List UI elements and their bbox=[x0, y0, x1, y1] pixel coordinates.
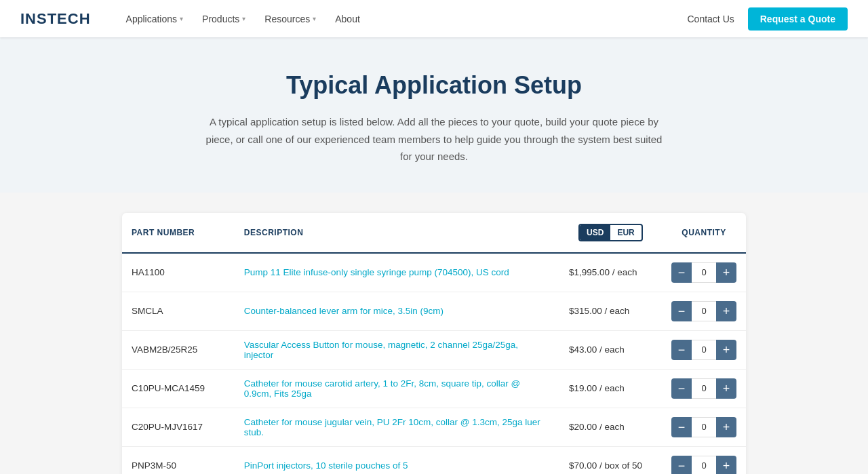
cell-quantity: − + bbox=[662, 369, 746, 408]
cell-part-number: HA1100 bbox=[122, 253, 235, 292]
hero-section: Typical Application Setup A typical appl… bbox=[0, 37, 868, 193]
chevron-down-icon: ▾ bbox=[180, 15, 183, 22]
quantity-control: − + bbox=[671, 417, 736, 437]
quantity-increment-button[interactable]: + bbox=[716, 340, 736, 360]
main-content: PART NUMBER DESCRIPTION USD EUR QUANTITY… bbox=[0, 213, 868, 475]
quantity-increment-button[interactable]: + bbox=[716, 417, 736, 437]
quantity-increment-button[interactable]: + bbox=[716, 262, 736, 283]
product-link[interactable]: Catheter for mouse jugular vein, PU 2Fr … bbox=[244, 417, 540, 437]
eur-button[interactable]: EUR bbox=[610, 225, 641, 240]
quantity-increment-button[interactable]: + bbox=[716, 301, 736, 321]
col-description: DESCRIPTION bbox=[235, 213, 559, 253]
col-quantity: QUANTITY bbox=[662, 213, 746, 253]
cell-price: $70.00 / box of 50 bbox=[559, 446, 662, 474]
cell-price: $43.00 / each bbox=[559, 330, 662, 369]
currency-toggle: USD EUR bbox=[578, 224, 643, 241]
quantity-control: − + bbox=[671, 378, 736, 399]
product-link[interactable]: Vascular Access Button for mouse, magnet… bbox=[244, 340, 518, 360]
cell-description: Vascular Access Button for mouse, magnet… bbox=[235, 330, 559, 369]
cell-price: $19.00 / each bbox=[559, 369, 662, 408]
cell-quantity: − + bbox=[662, 292, 746, 330]
nav-item-applications[interactable]: Applications ▾ bbox=[118, 8, 192, 30]
quantity-control: − + bbox=[671, 340, 736, 360]
quantity-control: − + bbox=[671, 456, 736, 475]
nav-label-about: About bbox=[335, 14, 360, 24]
quantity-input[interactable] bbox=[692, 340, 716, 360]
nav-links: Applications ▾ Products ▾ Resources ▾ Ab… bbox=[118, 8, 688, 30]
product-table: PART NUMBER DESCRIPTION USD EUR QUANTITY… bbox=[122, 213, 746, 475]
cell-description: Catheter for mouse carotid artery, 1 to … bbox=[235, 369, 559, 408]
quantity-decrement-button[interactable]: − bbox=[671, 378, 692, 399]
hero-description: A typical application setup is listed be… bbox=[203, 113, 665, 165]
table-row: PNP3M-50 PinPort injectors, 10 sterile p… bbox=[122, 446, 746, 474]
table-body: HA1100 Pump 11 Elite infuse-only single … bbox=[122, 253, 746, 475]
nav-item-products[interactable]: Products ▾ bbox=[194, 8, 254, 30]
quantity-input[interactable] bbox=[692, 417, 716, 437]
cell-quantity: − + bbox=[662, 446, 746, 474]
nav-item-about[interactable]: About bbox=[327, 8, 368, 30]
usd-button[interactable]: USD bbox=[580, 225, 610, 240]
cell-description: PinPort injectors, 10 sterile pouches of… bbox=[235, 446, 559, 474]
cell-part-number: C10PU-MCA1459 bbox=[122, 369, 235, 408]
table-row: HA1100 Pump 11 Elite infuse-only single … bbox=[122, 253, 746, 292]
table-row: VABM2B/25R25 Vascular Access Button for … bbox=[122, 330, 746, 369]
page-title: Typical Application Setup bbox=[14, 71, 854, 100]
product-link[interactable]: PinPort injectors, 10 sterile pouches of… bbox=[244, 460, 408, 471]
col-currency: USD EUR bbox=[559, 213, 662, 253]
cell-part-number: C20PU-MJV1617 bbox=[122, 408, 235, 446]
quantity-increment-button[interactable]: + bbox=[716, 456, 736, 475]
contact-us-link[interactable]: Contact Us bbox=[688, 14, 734, 24]
quantity-decrement-button[interactable]: − bbox=[671, 417, 692, 437]
cell-price: $315.00 / each bbox=[559, 292, 662, 330]
quantity-control: − + bbox=[671, 301, 736, 321]
cell-description: Catheter for mouse jugular vein, PU 2Fr … bbox=[235, 408, 559, 446]
chevron-down-icon: ▾ bbox=[313, 15, 316, 22]
col-part-number: PART NUMBER bbox=[122, 213, 235, 253]
cell-price: $1,995.00 / each bbox=[559, 253, 662, 292]
nav-item-resources[interactable]: Resources ▾ bbox=[256, 8, 324, 30]
cell-quantity: − + bbox=[662, 408, 746, 446]
quantity-input[interactable] bbox=[692, 378, 716, 399]
quantity-input[interactable] bbox=[692, 456, 716, 475]
quantity-decrement-button[interactable]: − bbox=[671, 456, 692, 475]
product-link[interactable]: Pump 11 Elite infuse-only single syringe… bbox=[244, 267, 509, 277]
cell-part-number: PNP3M-50 bbox=[122, 446, 235, 474]
cell-quantity: − + bbox=[662, 253, 746, 292]
product-link[interactable]: Catheter for mouse carotid artery, 1 to … bbox=[244, 378, 520, 399]
cell-part-number: VABM2B/25R25 bbox=[122, 330, 235, 369]
table-row: C10PU-MCA1459 Catheter for mouse carotid… bbox=[122, 369, 746, 408]
quantity-input[interactable] bbox=[692, 301, 716, 321]
chevron-down-icon: ▾ bbox=[242, 15, 245, 22]
nav-right: Contact Us Request a Quote bbox=[688, 7, 848, 31]
nav-label-products: Products bbox=[202, 14, 239, 24]
quantity-decrement-button[interactable]: − bbox=[671, 301, 692, 321]
navbar: INSTECH Applications ▾ Products ▾ Resour… bbox=[0, 0, 868, 37]
request-quote-button[interactable]: Request a Quote bbox=[748, 7, 848, 31]
quantity-decrement-button[interactable]: − bbox=[671, 262, 692, 283]
product-link[interactable]: Counter-balanced lever arm for mice, 3.5… bbox=[244, 306, 443, 316]
product-table-container: PART NUMBER DESCRIPTION USD EUR QUANTITY… bbox=[122, 213, 746, 475]
nav-label-resources: Resources bbox=[264, 14, 310, 24]
nav-label-applications: Applications bbox=[126, 14, 178, 24]
cell-price: $20.00 / each bbox=[559, 408, 662, 446]
table-row: C20PU-MJV1617 Catheter for mouse jugular… bbox=[122, 408, 746, 446]
logo: INSTECH bbox=[20, 10, 91, 28]
cell-quantity: − + bbox=[662, 330, 746, 369]
quantity-increment-button[interactable]: + bbox=[716, 378, 736, 399]
table-row: SMCLA Counter-balanced lever arm for mic… bbox=[122, 292, 746, 330]
cell-description: Counter-balanced lever arm for mice, 3.5… bbox=[235, 292, 559, 330]
cell-part-number: SMCLA bbox=[122, 292, 235, 330]
quantity-control: − + bbox=[671, 262, 736, 283]
quantity-input[interactable] bbox=[692, 262, 716, 283]
table-header-row: PART NUMBER DESCRIPTION USD EUR QUANTITY bbox=[122, 213, 746, 253]
quantity-decrement-button[interactable]: − bbox=[671, 340, 692, 360]
cell-description: Pump 11 Elite infuse-only single syringe… bbox=[235, 253, 559, 292]
